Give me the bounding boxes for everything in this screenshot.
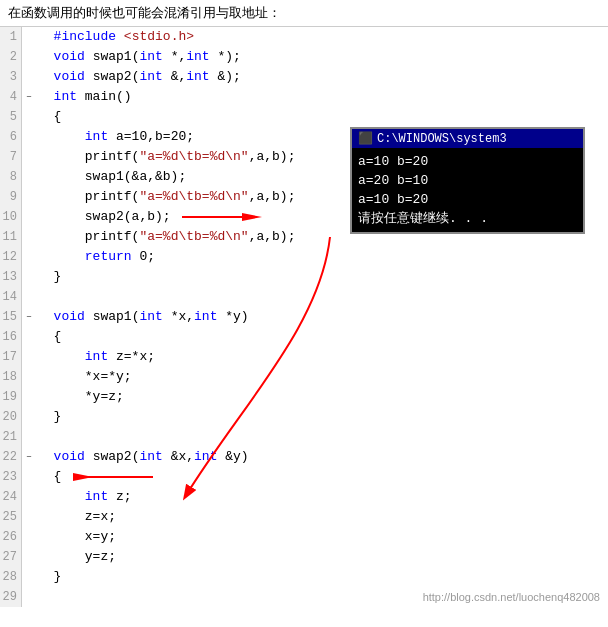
code-line-24: 24 int z; [0, 487, 608, 507]
code-content-25: z=x; [36, 507, 608, 527]
code-content-14 [36, 287, 608, 307]
code-content-13: } [36, 267, 608, 287]
collapse-13 [22, 267, 36, 287]
code-line-2: 2 void swap1(int *,int *); [0, 47, 608, 67]
collapse-17 [22, 347, 36, 367]
collapse-29 [22, 587, 36, 607]
code-line-4: 4 – int main() [0, 87, 608, 107]
code-content-20: } [36, 407, 608, 427]
code-content-21 [36, 427, 608, 447]
terminal-icon: ⬛ [358, 131, 373, 146]
line-num-25: 25 [0, 507, 22, 527]
collapse-21 [22, 427, 36, 447]
code-line-20: 20 } [0, 407, 608, 427]
terminal-titlebar: ⬛ C:\WINDOWS\system3 [352, 129, 583, 148]
terminal-body: a=10 b=20 a=20 b=10 a=10 b=20 请按任意键继续. .… [352, 148, 583, 232]
svg-marker-3 [73, 473, 93, 481]
code-content-26: x=y; [36, 527, 608, 547]
line-num-18: 18 [0, 367, 22, 387]
line-num-8: 8 [0, 167, 22, 187]
line-num-12: 12 [0, 247, 22, 267]
collapse-14 [22, 287, 36, 307]
collapse-9 [22, 187, 36, 207]
terminal-window[interactable]: ⬛ C:\WINDOWS\system3 a=10 b=20 a=20 b=10… [350, 127, 585, 234]
collapse-24 [22, 487, 36, 507]
code-line-25: 25 z=x; [0, 507, 608, 527]
code-line-27: 27 y=z; [0, 547, 608, 567]
code-content-18: *x=*y; [36, 367, 608, 387]
code-line-28: 28 } [0, 567, 608, 587]
collapse-23 [22, 467, 36, 487]
code-content-23: { [36, 467, 608, 487]
collapse-6 [22, 127, 36, 147]
terminal-line-4: 请按任意键继续. . . [358, 209, 577, 228]
collapse-4[interactable]: – [22, 87, 36, 107]
terminal-line-3: a=10 b=20 [358, 190, 577, 209]
code-content-12: return 0; [36, 247, 608, 267]
line-num-29: 29 [0, 587, 22, 607]
header-text: 在函数调用的时候也可能会混淆引用与取地址： [0, 0, 608, 27]
collapse-28 [22, 567, 36, 587]
collapse-3 [22, 67, 36, 87]
code-area: 1 #include <stdio.h> 2 void swap1(int *,… [0, 27, 608, 607]
line-num-14: 14 [0, 287, 22, 307]
line-num-11: 11 [0, 227, 22, 247]
line-num-21: 21 [0, 427, 22, 447]
line-num-20: 20 [0, 407, 22, 427]
main-container: 在函数调用的时候也可能会混淆引用与取地址： 1 #include <stdio.… [0, 0, 608, 607]
code-content-1: #include <stdio.h> [36, 27, 608, 47]
code-content-3: void swap2(int &,int &); [36, 67, 608, 87]
collapse-8 [22, 167, 36, 187]
collapse-22[interactable]: – [22, 447, 36, 467]
line-num-6: 6 [0, 127, 22, 147]
collapse-25 [22, 507, 36, 527]
code-line-3: 3 void swap2(int &,int &); [0, 67, 608, 87]
collapse-19 [22, 387, 36, 407]
line-num-28: 28 [0, 567, 22, 587]
line-num-24: 24 [0, 487, 22, 507]
code-line-1: 1 #include <stdio.h> [0, 27, 608, 47]
code-line-15: 15 – void swap1(int *x,int *y) [0, 307, 608, 327]
collapse-5 [22, 107, 36, 127]
watermark: http://blog.csdn.net/luochenq482008 [423, 591, 600, 603]
collapse-20 [22, 407, 36, 427]
code-line-18: 18 *x=*y; [0, 367, 608, 387]
code-content-24: int z; [36, 487, 608, 507]
line-num-15: 15 [0, 307, 22, 327]
arrow-line-23 [73, 470, 173, 484]
code-line-26: 26 x=y; [0, 527, 608, 547]
collapse-1[interactable] [22, 27, 36, 47]
code-line-13: 13 } [0, 267, 608, 287]
code-line-22: 22 – void swap2(int &x,int &y) [0, 447, 608, 467]
code-content-16: { [36, 327, 608, 347]
collapse-7 [22, 147, 36, 167]
line-num-19: 19 [0, 387, 22, 407]
collapse-26 [22, 527, 36, 547]
collapse-11 [22, 227, 36, 247]
terminal-line-1: a=10 b=20 [358, 152, 577, 171]
code-line-12: 12 return 0; [0, 247, 608, 267]
svg-marker-1 [242, 213, 262, 221]
code-content-19: *y=z; [36, 387, 608, 407]
line-num-13: 13 [0, 267, 22, 287]
arrow-line-10 [182, 210, 262, 224]
terminal-title: C:\WINDOWS\system3 [377, 132, 507, 146]
code-content-5: { [36, 107, 608, 127]
collapse-18 [22, 367, 36, 387]
line-num-22: 22 [0, 447, 22, 467]
code-content-28: } [36, 567, 608, 587]
code-content-27: y=z; [36, 547, 608, 567]
collapse-16 [22, 327, 36, 347]
collapse-27 [22, 547, 36, 567]
collapse-10 [22, 207, 36, 227]
code-content-22: void swap2(int &x,int &y) [36, 447, 608, 467]
collapse-15[interactable]: – [22, 307, 36, 327]
line-num-2: 2 [0, 47, 22, 67]
code-line-17: 17 int z=*x; [0, 347, 608, 367]
code-line-19: 19 *y=z; [0, 387, 608, 407]
code-line-23: 23 { [0, 467, 608, 487]
line-num-27: 27 [0, 547, 22, 567]
line-num-10: 10 [0, 207, 22, 227]
line-num-16: 16 [0, 327, 22, 347]
terminal-line-2: a=20 b=10 [358, 171, 577, 190]
